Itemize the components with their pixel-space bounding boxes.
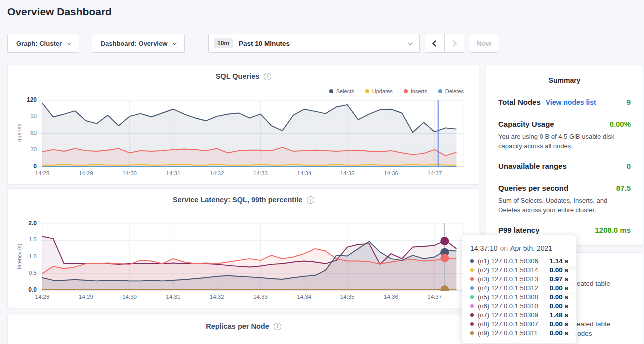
tooltip-node-row: (n5) 127.0.0.1:503080.00 s (470, 292, 568, 301)
chart-title-text: Replicas per Node (206, 322, 269, 330)
node-color-dot (470, 268, 474, 272)
x-axis-tick-label: 14:36 (378, 294, 403, 300)
y-axis-tick-label: 120 (15, 96, 37, 103)
node-latency-value: 0.00 s (549, 329, 568, 337)
node-address: (n7) 127.0.0.1:50309 (478, 311, 538, 319)
legend-color-dot (365, 89, 369, 93)
node-address: (n4) 127.0.0.1:50312 (478, 284, 538, 292)
time-next-button[interactable] (444, 34, 464, 53)
x-axis-tick-label: 14:30 (117, 294, 142, 300)
summary-label: P99 latency (498, 226, 540, 234)
summary-label: Total Nodes (498, 98, 541, 106)
summary-value: 0 (627, 162, 631, 170)
summary-label: Unavailable ranges (498, 162, 567, 170)
legend-item-selects[interactable]: Selects (329, 88, 354, 94)
x-axis-tick-label: 14:34 (292, 170, 317, 176)
chart-title-text: Service Latency: SQL, 99th percentile (173, 196, 303, 204)
tooltip-timestamp: 14:37:10onApr 5th, 2021 (470, 244, 568, 252)
tooltip-node-row: (n1) 127.0.0.1:503061.14 s (470, 256, 568, 265)
info-icon[interactable] (264, 73, 271, 80)
chart-legend: SelectsUpdatesInsertsDeletes (329, 88, 464, 94)
node-color-dot (470, 313, 474, 317)
y-axis-tick-label: 1.5 (15, 236, 37, 242)
summary-subtext: You are using 0 B of 4.5 GiB usable disk… (498, 132, 631, 151)
chevron-right-icon (450, 40, 457, 47)
service-latency-chart[interactable] (40, 222, 464, 291)
x-axis-tick-label: 14:33 (248, 294, 273, 300)
sql-queries-chart[interactable] (40, 99, 464, 167)
legend-color-dot (404, 89, 408, 93)
node-latency-value: 1.14 s (549, 257, 568, 265)
y-axis-tick-label: 0.5 (15, 270, 37, 276)
y-axis-tick-label: 0 (15, 163, 37, 170)
x-axis-tick-label: 14:37 (422, 294, 447, 300)
chevron-left-icon (432, 40, 439, 47)
node-color-dot (470, 277, 474, 281)
summary-value: 9 (627, 98, 631, 106)
legend-label: Deletes (445, 88, 464, 94)
node-address: (n8) 127.0.0.1:50307 (478, 320, 538, 328)
summary-row-total-nodes: Total Nodes View nodes list 9 (498, 91, 631, 113)
node-latency-value: 0.00 s (549, 266, 568, 274)
y-axis-tick-label: 60 (15, 130, 37, 136)
y-axis-tick-label: 1.0 (15, 253, 37, 259)
tooltip-node-row: (n6) 127.0.0.1:503100.00 s (470, 301, 568, 310)
graph-dropdown[interactable]: Graph: Cluster (7, 34, 79, 53)
tooltip-date: Apr 5th, 2021 (510, 244, 552, 252)
chart-title-text: SQL Queries (216, 72, 260, 80)
legend-label: Updates (372, 88, 393, 94)
service-latency-panel: Service Latency: SQL, 99th percentile la… (7, 188, 479, 308)
graph-dropdown-label: Graph: Cluster (16, 40, 62, 47)
time-prev-button[interactable] (425, 34, 445, 53)
node-address: (n3) 127.0.0.1:50313 (478, 275, 538, 283)
node-color-dot (470, 295, 474, 299)
legend-item-inserts[interactable]: Inserts (404, 88, 427, 94)
node-color-dot (470, 259, 474, 263)
chevron-down-icon (67, 41, 71, 45)
sql-queries-panel: SQL Queries SelectsUpdatesInsertsDeletes… (7, 65, 479, 185)
x-axis-tick-label: 14:34 (292, 294, 317, 300)
x-axis-tick-label: 14:35 (335, 294, 360, 300)
summary-panel: Summary Total Nodes View nodes list 9 Ca… (486, 65, 643, 246)
tooltip-node-row: (n3) 127.0.0.1:503130.97 s (470, 274, 568, 283)
legend-label: Inserts (411, 88, 427, 94)
node-address: (n5) 127.0.0.1:50308 (478, 293, 538, 301)
now-button[interactable]: Now (470, 34, 498, 53)
legend-label: Selects (336, 88, 354, 94)
tooltip-time: 14:37:10 (470, 244, 498, 252)
time-range-label: Past 10 Minutes (239, 40, 290, 47)
time-range-dropdown[interactable]: 10m Past 10 Minutes (208, 34, 420, 53)
x-axis-tick-label: 14:30 (117, 170, 142, 176)
chevron-down-icon (408, 41, 412, 45)
node-color-dot (470, 304, 474, 308)
summary-value: 1208.0 ms (595, 226, 631, 234)
tooltip-node-row: (n9) 127.0.0.1:503110.00 s (470, 328, 568, 337)
y-axis-tick-label: 30 (15, 146, 37, 152)
node-color-dot (470, 331, 474, 335)
chart-title: Service Latency: SQL, 99th percentile (8, 196, 479, 204)
info-icon[interactable] (307, 196, 314, 204)
summary-value: 87.5 (616, 184, 631, 192)
x-axis-tick-label: 14:29 (73, 294, 98, 300)
x-axis-tick-label: 14:31 (161, 294, 186, 300)
summary-title: Summary (498, 76, 631, 84)
x-axis-tick-label: 14:36 (378, 170, 403, 176)
node-address: (n6) 127.0.0.1:50310 (478, 302, 538, 310)
chart-title: SQL Queries (8, 72, 479, 80)
dashboard-dropdown[interactable]: Dashboard: Overview (92, 34, 185, 53)
x-axis-tick-label: 14:35 (335, 170, 360, 176)
chevron-down-icon (173, 41, 177, 45)
legend-item-deletes[interactable]: Deletes (438, 88, 464, 94)
y-axis-tick-label: 2.0 (15, 220, 37, 227)
node-latency-value: 0.00 s (549, 302, 568, 310)
tooltip-rows: (n1) 127.0.0.1:503061.14 s(n2) 127.0.0.1… (470, 256, 568, 337)
x-axis-tick-label: 14:37 (422, 170, 447, 176)
node-latency-value: 0.97 s (549, 275, 568, 283)
x-axis-tick-label: 14:33 (248, 170, 273, 176)
info-icon[interactable] (274, 323, 281, 330)
node-color-dot (470, 322, 474, 326)
node-latency-value: 1.48 s (549, 311, 568, 319)
node-color-dot (470, 286, 474, 290)
legend-item-updates[interactable]: Updates (365, 88, 393, 94)
view-nodes-list-link[interactable]: View nodes list (546, 98, 596, 106)
